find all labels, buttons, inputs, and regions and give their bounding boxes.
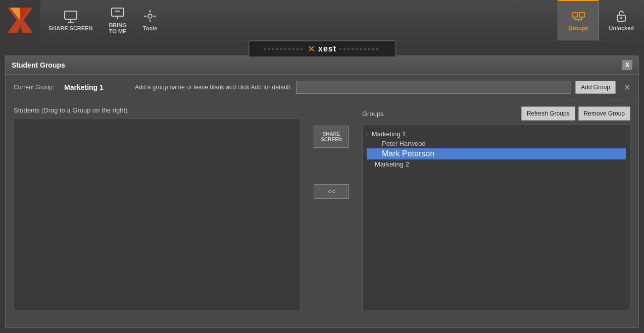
svg-rect-6 xyxy=(112,8,124,16)
toolbar-right: Groups Unlocked xyxy=(558,0,644,40)
students-list[interactable] xyxy=(14,118,301,310)
unlocked-button[interactable]: Unlocked xyxy=(599,0,644,40)
svg-marker-2 xyxy=(20,8,30,20)
tools-label: Tools xyxy=(143,25,158,31)
share-screen-label: SHARE SCREEN xyxy=(48,25,92,31)
add-group-input[interactable] xyxy=(296,81,571,94)
share-screen-button[interactable]: SHARE SCREEN xyxy=(40,0,101,40)
add-group-hint: Add a group name or leave blank and clic… xyxy=(135,84,292,91)
remove-group-button[interactable]: Remove Group xyxy=(578,106,630,121)
current-group-value: Marketing 1 xyxy=(64,83,125,91)
middle-panel: SHARE SCREEN << xyxy=(309,100,354,316)
left-panel: Students (Drag to a Group on the right) xyxy=(6,100,309,316)
member-peter-harwood[interactable]: Peter Harwood xyxy=(367,139,626,148)
back-button[interactable]: << xyxy=(314,184,349,199)
group-marketing-2[interactable]: Marketing 2 xyxy=(367,159,626,169)
dialog-title: Student Groups xyxy=(12,61,65,69)
add-group-section: Add a group name or leave blank and clic… xyxy=(135,81,630,94)
banner-line-left xyxy=(264,48,305,50)
tree-bullet-1: · xyxy=(367,130,369,138)
xest-logo-x: ✕ xyxy=(308,43,315,54)
member-mark-peterson-label: Mark Peterson xyxy=(382,149,434,158)
group-marketing-1[interactable]: · Marketing 1 xyxy=(367,129,626,139)
right-top: Groups Refresh Groups Remove Group xyxy=(362,106,630,121)
content-area: Students (Drag to a Group on the right) … xyxy=(6,100,638,316)
xest-text: xest xyxy=(318,44,336,53)
dialog-title-bar: Student Groups X xyxy=(6,56,638,75)
student-groups-dialog: Student Groups X Current Group: Marketin… xyxy=(5,56,639,328)
add-group-button[interactable]: Add Group xyxy=(575,81,616,94)
svg-point-21 xyxy=(620,17,622,19)
students-section-label: Students (Drag to a Group on the right) xyxy=(14,106,301,114)
group-marketing-2-label: Marketing 2 xyxy=(375,160,409,168)
groups-label: Groups xyxy=(568,25,588,31)
groups-button[interactable]: Groups xyxy=(558,0,599,40)
banner-line-right xyxy=(339,48,380,50)
right-panel: Groups Refresh Groups Remove Group · Mar… xyxy=(354,100,638,316)
svg-marker-1 xyxy=(10,8,20,20)
groups-section-label: Groups xyxy=(362,110,384,118)
current-group-label: Current Group: xyxy=(14,84,54,91)
groups-actions: Refresh Groups Remove Group xyxy=(521,106,630,121)
xest-banner: ✕ xest xyxy=(248,40,396,58)
member-peter-harwood-label: Peter Harwood xyxy=(382,140,426,147)
tools-button[interactable]: Tools xyxy=(135,0,166,40)
app-logo xyxy=(0,0,40,40)
svg-rect-3 xyxy=(65,11,77,19)
bring-to-me-label: BRINGTO ME xyxy=(109,22,126,34)
groups-tree[interactable]: · Marketing 1 Peter Harwood Mark Peterso… xyxy=(362,125,630,310)
svg-rect-15 xyxy=(579,13,585,17)
current-group-row: Current Group: Marketing 1 Add a group n… xyxy=(6,75,638,100)
dialog-close-button[interactable]: X xyxy=(622,60,632,70)
unlocked-label: Unlocked xyxy=(609,25,634,31)
toolbar: SHARE SCREEN BRINGTO ME Tools xyxy=(0,0,644,40)
group-marketing-1-label: Marketing 1 xyxy=(372,130,406,138)
member-mark-peterson[interactable]: Mark Peterson xyxy=(367,148,626,159)
bring-to-me-button[interactable]: BRINGTO ME xyxy=(101,0,134,40)
share-screen-middle-button[interactable]: SHARE SCREEN xyxy=(314,126,349,148)
row-close-icon[interactable]: ✕ xyxy=(624,83,630,92)
svg-point-9 xyxy=(148,14,152,18)
refresh-groups-button[interactable]: Refresh Groups xyxy=(521,106,575,121)
svg-rect-14 xyxy=(572,13,578,17)
